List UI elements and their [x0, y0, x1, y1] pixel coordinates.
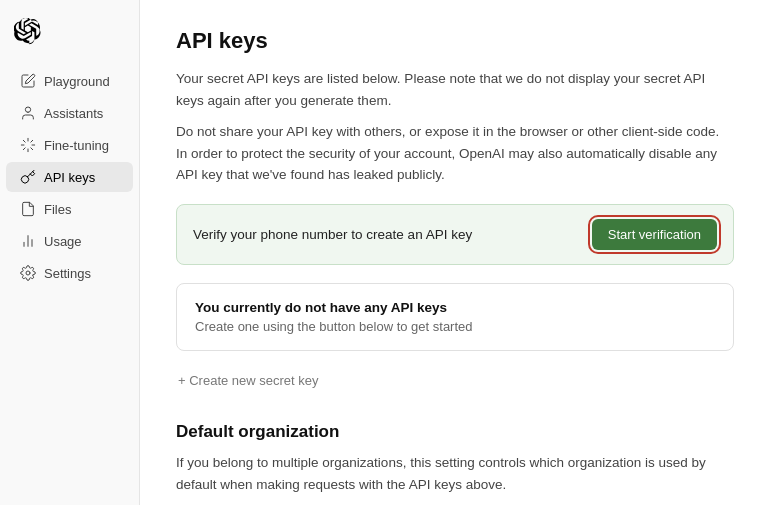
fine-tuning-icon: [20, 137, 36, 153]
files-icon: [20, 201, 36, 217]
description-1: Your secret API keys are listed below. P…: [176, 68, 734, 111]
no-api-keys-box: You currently do not have any API keys C…: [176, 283, 734, 351]
default-org-section-title: Default organization: [176, 422, 734, 442]
sidebar-item-settings[interactable]: Settings: [6, 258, 133, 288]
sidebar: Playground Assistants Fine-tuning API ke…: [0, 0, 140, 505]
page-title: API keys: [176, 28, 734, 54]
no-keys-title: You currently do not have any API keys: [195, 300, 715, 315]
sidebar-item-fine-tuning-label: Fine-tuning: [44, 138, 109, 153]
start-verification-button[interactable]: Start verification: [592, 219, 717, 250]
sidebar-item-api-keys[interactable]: API keys: [6, 162, 133, 192]
app-logo: [0, 10, 139, 65]
settings-icon: [20, 265, 36, 281]
main-content: API keys Your secret API keys are listed…: [140, 0, 770, 505]
svg-point-0: [26, 271, 30, 275]
no-keys-subtitle: Create one using the button below to get…: [195, 319, 715, 334]
sidebar-item-usage-label: Usage: [44, 234, 82, 249]
verify-phone-banner: Verify your phone number to create an AP…: [176, 204, 734, 265]
sidebar-item-playground-label: Playground: [44, 74, 110, 89]
sidebar-item-files-label: Files: [44, 202, 71, 217]
api-keys-icon: [20, 169, 36, 185]
sidebar-item-settings-label: Settings: [44, 266, 91, 281]
sidebar-item-assistants-label: Assistants: [44, 106, 103, 121]
create-secret-key-button[interactable]: + Create new secret key: [176, 367, 321, 394]
sidebar-item-api-keys-label: API keys: [44, 170, 95, 185]
sidebar-item-playground[interactable]: Playground: [6, 66, 133, 96]
sidebar-item-fine-tuning[interactable]: Fine-tuning: [6, 130, 133, 160]
usage-icon: [20, 233, 36, 249]
assistants-icon: [20, 105, 36, 121]
playground-icon: [20, 73, 36, 89]
sidebar-item-assistants[interactable]: Assistants: [6, 98, 133, 128]
openai-logo-icon: [14, 18, 42, 46]
verify-banner-text: Verify your phone number to create an AP…: [193, 227, 472, 242]
sidebar-item-files[interactable]: Files: [6, 194, 133, 224]
description-2: Do not share your API key with others, o…: [176, 121, 734, 186]
sidebar-item-usage[interactable]: Usage: [6, 226, 133, 256]
default-org-description: If you belong to multiple organizations,…: [176, 452, 734, 495]
